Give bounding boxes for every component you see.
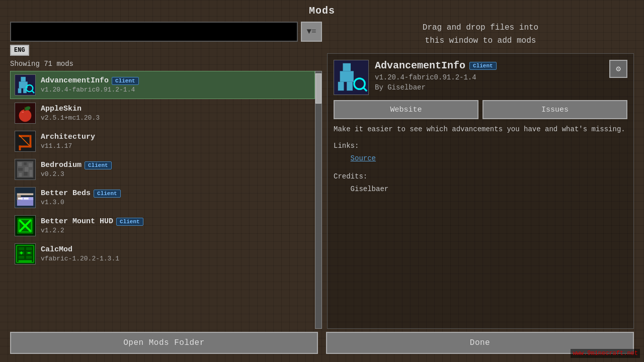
mod-badge: Client xyxy=(116,218,143,226)
mod-name: Bedrodium xyxy=(41,161,82,169)
mod-info: Better Beds Client v1.3.0 xyxy=(41,189,121,206)
mod-name: Architectury xyxy=(41,133,95,141)
issues-button[interactable]: Issues xyxy=(482,100,627,119)
mod-info: Better Mount HUD Client v1.2.2 xyxy=(41,217,143,234)
mod-name-row: AdvancementInfo Client xyxy=(41,76,139,85)
mod-icon-calcmod xyxy=(15,243,36,264)
mod-name-row: CalcMod xyxy=(41,245,119,254)
credits-label: Credits: xyxy=(334,172,367,180)
mod-badge: Client xyxy=(112,77,139,85)
svg-rect-51 xyxy=(21,251,22,254)
svg-rect-3 xyxy=(18,88,22,94)
svg-rect-15 xyxy=(30,135,32,148)
svg-rect-52 xyxy=(28,252,31,253)
list-item[interactable]: Architectury v11.1.17 xyxy=(10,127,315,155)
mod-info: AdvancementInfo Client v1.20.4-fabric0.9… xyxy=(41,76,139,94)
credits-value: Giselbaer xyxy=(351,185,389,193)
main-container: Mods ▼= ENG Showing 71 mods xyxy=(0,0,644,362)
mod-icon-appleskin xyxy=(15,103,36,124)
svg-rect-27 xyxy=(30,170,33,176)
list-item[interactable]: CalcMod vfabric-1.20.2-1.3.1 xyxy=(10,240,315,268)
mod-info: AppleSkin v2.5.1+mc1.20.3 xyxy=(41,105,100,122)
left-panel: ▼= ENG Showing 71 mods xyxy=(10,22,322,329)
mod-name-row: Architectury xyxy=(41,133,95,141)
svg-rect-43 xyxy=(19,247,24,250)
settings-icon: ⚙ xyxy=(616,64,621,74)
mod-info: CalcMod vfabric-1.20.2-1.3.1 xyxy=(41,245,119,262)
filter-button[interactable]: ▼= xyxy=(301,22,322,42)
svg-rect-24 xyxy=(25,167,29,172)
detail-mod-name: AdvancementInfo xyxy=(375,60,465,71)
svg-rect-47 xyxy=(19,256,24,259)
links-label: Links: xyxy=(334,142,359,150)
mod-version: v1.3.0 xyxy=(41,199,121,206)
list-item[interactable]: Bedrodium Client v0.2.3 xyxy=(10,155,315,184)
mod-version: v2.5.1+mc1.20.3 xyxy=(41,114,100,122)
mod-detail-header: AdvancementInfo Client v1.20.4-fabric0.9… xyxy=(334,60,627,95)
svg-rect-23 xyxy=(18,168,23,171)
mod-list-wrapper: AdvancementInfo Client v1.20.4-fabric0.9… xyxy=(10,71,322,329)
detail-info: AdvancementInfo Client v1.20.4-fabric0.9… xyxy=(375,60,603,92)
mod-name-row: Better Mount HUD Client xyxy=(41,217,143,226)
svg-rect-33 xyxy=(18,198,23,200)
svg-rect-22 xyxy=(29,163,33,167)
mod-icon-bedrodium xyxy=(15,159,36,180)
mod-icon-bettermounthud xyxy=(15,215,36,236)
mod-icon-architectury xyxy=(15,131,36,152)
svg-rect-29 xyxy=(17,199,33,206)
detail-name-row: AdvancementInfo Client xyxy=(375,60,603,71)
svg-rect-26 xyxy=(24,172,28,176)
page-title: Mods xyxy=(10,5,634,17)
mod-name: CalcMod xyxy=(41,245,72,254)
mod-version: v1.20.4-fabric0.91.2-1.4 xyxy=(41,86,139,94)
svg-rect-55 xyxy=(340,71,354,82)
mod-version: v1.2.2 xyxy=(41,227,143,234)
mod-version: v0.2.3 xyxy=(41,170,112,178)
detail-mod-badge: Client xyxy=(469,62,497,70)
scrollbar-track[interactable] xyxy=(315,71,322,329)
detail-mod-version: v1.20.4-fabric0.91.2-1.4 xyxy=(375,73,603,81)
svg-rect-49 xyxy=(19,260,32,262)
content-area: ▼= ENG Showing 71 mods xyxy=(10,22,634,329)
mod-info: Architectury v11.1.17 xyxy=(41,133,95,150)
list-item[interactable]: AdvancementInfo Client v1.20.4-fabric0.9… xyxy=(10,71,315,99)
mod-name: Better Mount HUD xyxy=(41,217,113,226)
watermark: www.9minecraft.net xyxy=(571,349,640,358)
svg-rect-1 xyxy=(21,77,26,82)
svg-rect-11 xyxy=(22,112,24,113)
mod-icon-advancementinfo xyxy=(15,74,36,96)
detail-mod-icon xyxy=(334,60,369,95)
mod-name: AppleSkin xyxy=(41,105,82,113)
svg-rect-20 xyxy=(18,162,22,166)
list-item[interactable]: AppleSkin v2.5.1+mc1.20.3 xyxy=(10,99,315,127)
search-input[interactable] xyxy=(10,22,298,42)
svg-rect-56 xyxy=(338,82,344,90)
website-button[interactable]: Website xyxy=(334,100,478,119)
svg-rect-25 xyxy=(19,173,22,177)
search-row: ▼= xyxy=(10,22,322,42)
mod-list: AdvancementInfo Client v1.20.4-fabric0.9… xyxy=(10,71,315,329)
mod-info: Bedrodium Client v0.2.3 xyxy=(41,161,112,178)
open-mods-folder-button[interactable]: Open Mods Folder xyxy=(10,332,318,354)
mod-name-row: AppleSkin xyxy=(41,105,100,113)
detail-credits: Credits: Giselbaer xyxy=(334,170,627,196)
svg-point-8 xyxy=(19,109,32,122)
detail-links: Links: Source xyxy=(334,140,627,165)
settings-button[interactable]: ⚙ xyxy=(609,60,627,78)
svg-rect-44 xyxy=(26,247,32,250)
svg-rect-32 xyxy=(17,193,33,195)
detail-description: Make it easier to see which advancements… xyxy=(334,124,627,135)
source-link[interactable]: Source xyxy=(351,154,376,162)
svg-rect-57 xyxy=(347,82,353,90)
mod-icon-betterbeds xyxy=(15,187,36,208)
mod-name-row: Better Beds Client xyxy=(41,189,121,198)
mod-version: v11.1.17 xyxy=(41,142,95,150)
mod-badge: Client xyxy=(85,161,112,169)
list-item[interactable]: Better Beds Client v1.3.0 xyxy=(10,184,315,212)
mod-badge: Client xyxy=(94,190,121,198)
lang-badge[interactable]: ENG xyxy=(10,45,29,56)
mod-detail-card: AdvancementInfo Client v1.20.4-fabric0.9… xyxy=(327,53,634,329)
mod-name-row: Bedrodium Client xyxy=(41,161,112,169)
scrollbar-thumb[interactable] xyxy=(315,73,321,104)
list-item[interactable]: Better Mount HUD Client v1.2.2 xyxy=(10,212,315,240)
